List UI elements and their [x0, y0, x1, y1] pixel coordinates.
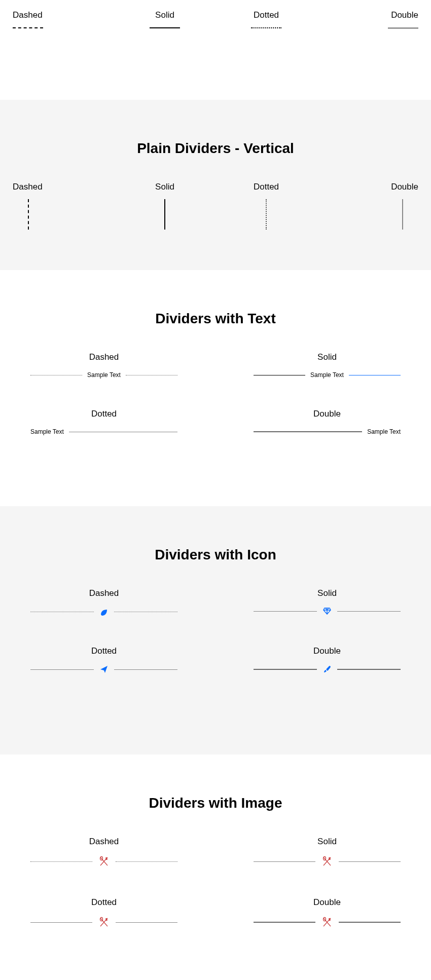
divider-with-text: Sample Text [254, 371, 401, 379]
divider-label: Dashed [30, 588, 177, 598]
divider-label: Dotted [30, 897, 177, 908]
divider-line-solid [150, 27, 180, 28]
text-dividers-section: Dividers with Text Dashed Sample Text So… [0, 270, 431, 506]
divider-line-dotted [251, 27, 281, 28]
divider-label: Solid [254, 352, 401, 362]
vdivider-line-dotted [266, 199, 267, 230]
divider-with-text: Sample Text [30, 428, 177, 435]
divider-label: Double [254, 646, 401, 656]
vdivider-line-dashed [28, 199, 29, 230]
vdivider-line-solid [164, 199, 165, 230]
divider-label: Solid [254, 588, 401, 598]
utensils-icon [92, 917, 116, 928]
image-divider-dashed: Dashed [30, 837, 177, 867]
divider-double-col: Double [317, 10, 418, 29]
vdivider-dashed-col: Dashed [13, 182, 114, 230]
sample-text: Sample Text [305, 371, 349, 379]
divider-label: Dashed [13, 182, 114, 192]
vdivider-solid-col: Solid [114, 182, 216, 230]
divider-solid-col: Solid [114, 10, 216, 29]
icon-divider-dotted: Dotted [30, 646, 177, 673]
divider-label: Double [317, 10, 418, 20]
text-divider-dashed: Dashed Sample Text [30, 352, 177, 379]
icon-divider-double: Double [254, 646, 401, 673]
divider-label: Dotted [216, 10, 317, 20]
divider-with-icon [254, 665, 401, 673]
vertical-dividers-section: Plain Dividers - Vertical Dashed Solid D… [0, 100, 431, 270]
image-dividers-section: Dividers with Image Dashed Solid Dotted [0, 755, 431, 980]
image-divider-dotted: Dotted [30, 897, 177, 928]
image-divider-double: Double [254, 897, 401, 928]
text-divider-dotted: Dotted Sample Text [30, 409, 177, 435]
divider-line-double [388, 27, 418, 29]
leaf-icon [94, 608, 114, 616]
divider-label: Dotted [216, 182, 317, 192]
gem-icon [317, 608, 337, 615]
section-title: Dividers with Text [10, 311, 421, 327]
divider-label: Dashed [30, 352, 177, 362]
sample-text: Sample Text [362, 428, 401, 435]
utensils-icon [92, 856, 116, 867]
divider-label: Dotted [30, 409, 177, 419]
icon-dividers-section: Dividers with Icon Dashed Solid Dotted [0, 506, 431, 755]
divider-dashed-col: Dashed [13, 10, 114, 29]
text-divider-solid: Solid Sample Text [254, 352, 401, 379]
divider-label: Solid [114, 182, 216, 192]
divider-with-icon [254, 608, 401, 615]
vdivider-line-double [402, 199, 403, 230]
divider-line-dashed [13, 27, 43, 28]
divider-label: Double [254, 409, 401, 419]
section-title: Plain Dividers - Vertical [10, 140, 421, 157]
utensils-icon [315, 917, 339, 928]
icon-divider-solid: Solid [254, 588, 401, 616]
sample-text: Sample Text [30, 428, 69, 435]
divider-with-icon [30, 608, 177, 616]
text-divider-double: Double Sample Text [254, 409, 401, 435]
utensils-icon [315, 856, 339, 867]
sample-text: Sample Text [82, 371, 126, 379]
divider-with-image [30, 917, 177, 928]
divider-label: Solid [254, 837, 401, 847]
image-divider-solid: Solid [254, 837, 401, 867]
divider-label: Dashed [13, 10, 114, 20]
brush-icon [317, 665, 337, 673]
divider-label: Double [254, 897, 401, 908]
vdivider-double-col: Double [317, 182, 418, 230]
divider-label: Double [317, 182, 418, 192]
divider-with-image [254, 856, 401, 867]
paper-plane-icon [94, 665, 114, 673]
divider-label: Dashed [30, 837, 177, 847]
divider-with-text: Sample Text [30, 371, 177, 379]
icon-divider-dashed: Dashed [30, 588, 177, 616]
vdivider-dotted-col: Dotted [216, 182, 317, 230]
divider-dotted-col: Dotted [216, 10, 317, 29]
divider-label: Solid [114, 10, 216, 20]
divider-label: Dotted [30, 646, 177, 656]
section-title: Dividers with Image [10, 795, 421, 811]
divider-with-icon [30, 665, 177, 673]
divider-with-image [254, 917, 401, 928]
section-title: Dividers with Icon [10, 547, 421, 563]
divider-with-text: Sample Text [254, 428, 401, 435]
divider-with-image [30, 856, 177, 867]
horizontal-dividers-section: Dashed Solid Dotted Double [0, 0, 431, 39]
